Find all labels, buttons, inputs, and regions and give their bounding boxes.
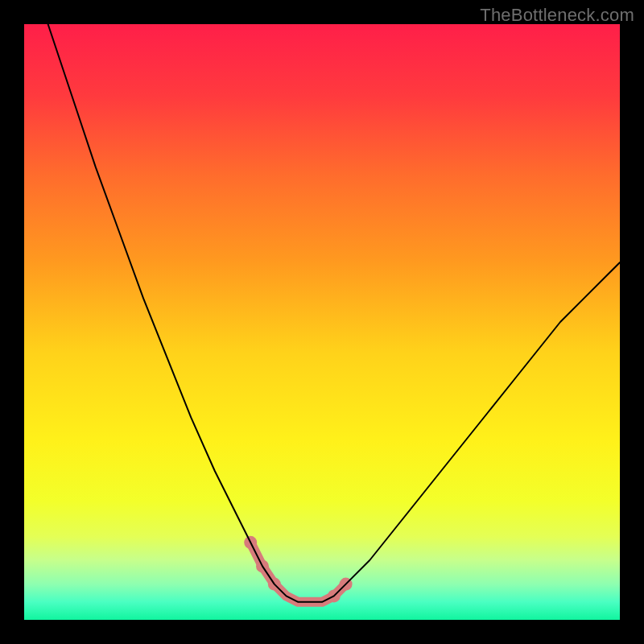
chart-svg <box>24 24 620 620</box>
chart-frame: TheBottleneck.com <box>0 0 644 644</box>
plot-area <box>24 24 620 620</box>
watermark-text: TheBottleneck.com <box>480 5 634 26</box>
gradient-bg <box>24 24 620 620</box>
